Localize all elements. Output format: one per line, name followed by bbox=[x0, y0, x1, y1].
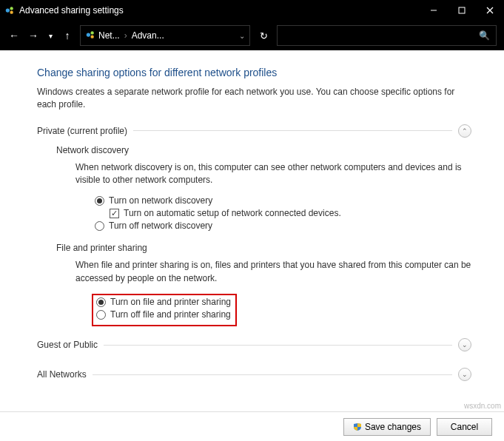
svg-point-2 bbox=[10, 10, 13, 13]
subsection-description: When network discovery is on, this compu… bbox=[75, 161, 471, 187]
close-button[interactable] bbox=[476, 0, 504, 21]
svg-rect-4 bbox=[459, 7, 465, 13]
svg-point-8 bbox=[90, 31, 93, 34]
subsection-description: When file and printer sharing is on, fil… bbox=[75, 259, 471, 285]
shield-icon bbox=[353, 423, 362, 431]
up-button[interactable]: ↑ bbox=[61, 30, 74, 41]
content-area: Change sharing options for different net… bbox=[0, 50, 504, 396]
maximize-button[interactable] bbox=[448, 0, 476, 21]
page-description: Windows creates a separate network profi… bbox=[37, 86, 471, 111]
expand-button[interactable]: ⌄ bbox=[458, 338, 471, 351]
cancel-button[interactable]: Cancel bbox=[437, 418, 492, 436]
section-title: Private (current profile) bbox=[37, 126, 127, 136]
radio-label: Turn off network discovery bbox=[109, 220, 212, 231]
save-changes-button[interactable]: Save changes bbox=[343, 418, 431, 436]
section-header-all: All Networks ⌄ bbox=[37, 368, 471, 381]
radio-option-nd-off[interactable]: Turn off network discovery bbox=[95, 220, 471, 231]
svg-point-9 bbox=[90, 35, 93, 38]
titlebar: Advanced sharing settings bbox=[0, 0, 504, 21]
recent-dropdown[interactable]: ▾ bbox=[46, 32, 55, 40]
app-icon bbox=[4, 5, 15, 16]
window-title: Advanced sharing settings bbox=[19, 5, 124, 16]
section-header-guest: Guest or Public ⌄ bbox=[37, 338, 471, 351]
expand-button[interactable]: ⌄ bbox=[458, 368, 471, 381]
radio-icon bbox=[96, 310, 106, 320]
radio-checked-icon bbox=[96, 297, 106, 307]
svg-point-1 bbox=[10, 7, 13, 10]
radio-label: Turn on file and printer sharing bbox=[110, 297, 231, 307]
radio-checked-icon bbox=[95, 196, 104, 206]
radio-label: Turn on network discovery bbox=[109, 195, 212, 206]
address-icon bbox=[85, 30, 95, 42]
button-label: Cancel bbox=[451, 422, 478, 432]
section-title: All Networks bbox=[37, 369, 87, 380]
footer: Save changes Cancel bbox=[0, 411, 504, 441]
breadcrumb-separator: › bbox=[124, 30, 127, 41]
address-dropdown-icon[interactable]: ⌄ bbox=[239, 32, 245, 40]
back-button[interactable]: ← bbox=[7, 30, 21, 41]
navbar: ← → ▾ ↑ Net... › Advan... ⌄ ↻ 🔍 bbox=[0, 21, 504, 50]
checkbox-checked-icon: ✓ bbox=[110, 209, 119, 218]
radio-option-fp-off[interactable]: Turn off file and printer sharing bbox=[96, 309, 231, 320]
subsection-title: Network discovery bbox=[56, 145, 471, 155]
svg-point-7 bbox=[87, 33, 90, 36]
button-label: Save changes bbox=[365, 422, 421, 432]
search-icon: 🔍 bbox=[479, 30, 490, 41]
page-heading: Change sharing options for different net… bbox=[37, 67, 471, 78]
section-header-private: Private (current profile) ⌃ bbox=[37, 124, 471, 138]
refresh-button[interactable]: ↻ bbox=[256, 30, 271, 41]
watermark: wsxdn.com bbox=[464, 402, 501, 410]
radio-icon bbox=[95, 221, 104, 231]
search-input[interactable]: 🔍 bbox=[277, 25, 497, 46]
checkbox-label: Turn on automatic setup of network conne… bbox=[124, 208, 341, 218]
radio-option-fp-on[interactable]: Turn on file and printer sharing bbox=[96, 297, 231, 307]
svg-point-0 bbox=[6, 8, 10, 12]
collapse-button[interactable]: ⌃ bbox=[458, 124, 471, 138]
radio-option-nd-on[interactable]: Turn on network discovery bbox=[95, 195, 471, 206]
highlight-annotation: Turn on file and printer sharing Turn of… bbox=[92, 294, 237, 326]
section-title: Guest or Public bbox=[37, 340, 98, 350]
minimize-button[interactable] bbox=[420, 0, 448, 21]
address-bar[interactable]: Net... › Advan... ⌄ bbox=[80, 25, 250, 46]
radio-label: Turn off file and printer sharing bbox=[110, 309, 231, 320]
checkbox-auto-setup[interactable]: ✓ Turn on automatic setup of network con… bbox=[110, 208, 471, 218]
breadcrumb-item[interactable]: Advan... bbox=[132, 30, 164, 41]
breadcrumb-item[interactable]: Net... bbox=[98, 30, 120, 41]
subsection-title: File and printer sharing bbox=[56, 243, 471, 253]
forward-button[interactable]: → bbox=[27, 30, 40, 41]
